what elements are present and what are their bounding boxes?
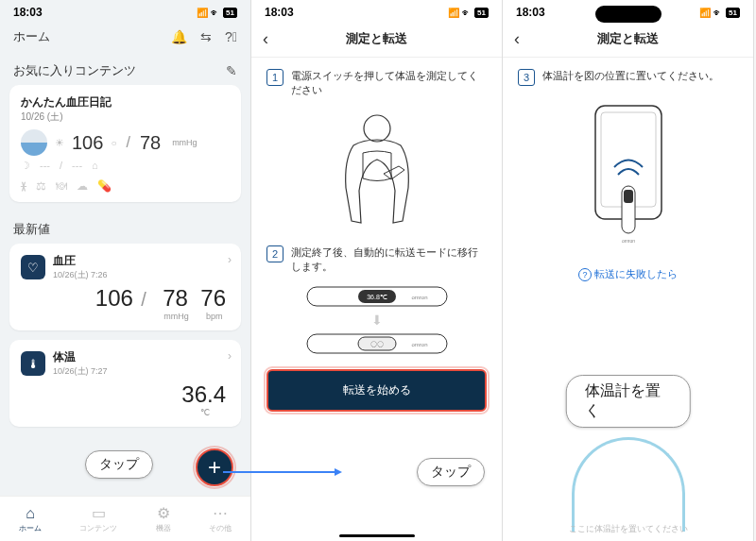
- header: ホーム 🔔 ⇆ ?⃝: [0, 21, 250, 53]
- tab-contents[interactable]: ▭コンテンツ: [79, 504, 117, 533]
- place-callout: 体温計を置く: [565, 375, 691, 428]
- step-number: 1: [266, 69, 284, 86]
- moon-icon: ☽: [21, 160, 30, 172]
- status-bar: 18:03 📶ᯤ51: [251, 0, 502, 21]
- placement-hint: ここに体温計を置いてください: [569, 523, 688, 535]
- step-text: 電源スイッチを押して体温を測定してください: [291, 69, 487, 98]
- question-icon: ?: [578, 268, 592, 281]
- favorites-title: お気に入りコンテンツ: [13, 62, 136, 79]
- svg-text:omron: omron: [411, 342, 427, 347]
- sleep-icon: ☁: [77, 179, 88, 193]
- daynight-icon: [21, 129, 47, 156]
- header: ‹ 測定と転送: [503, 21, 753, 58]
- status-time: 18:03: [13, 6, 43, 19]
- favorites-header: お気に入りコンテンツ ✎: [0, 53, 250, 85]
- bp-name: 血圧: [53, 253, 108, 269]
- step-number: 3: [518, 69, 535, 86]
- tabbar: ⌂ホーム ▭コンテンツ ⚙機器 ⋯その他: [0, 496, 250, 541]
- status-time: 18:03: [516, 6, 545, 19]
- pill-icon: 💊: [97, 179, 112, 193]
- screen-home: 18:03 📶 ᯤ 51 ホーム 🔔 ⇆ ?⃝ お気に入りコンテンツ ✎ かんた…: [0, 0, 251, 541]
- bp-icon: ♡: [21, 255, 45, 279]
- tap-callout: タップ: [417, 458, 485, 486]
- diary-marker: ○: [111, 138, 116, 148]
- weight-icon: ⚖: [36, 179, 46, 193]
- down-arrow-icon: ⬇: [371, 313, 383, 328]
- help-icon[interactable]: ?⃝: [225, 29, 237, 44]
- status-icons: 📶 ᯤ 51: [197, 8, 237, 18]
- svg-text:omron: omron: [621, 238, 634, 244]
- signal-icon: 📶: [448, 8, 459, 18]
- step-2: 2 測定終了後、自動的に転送モードに移行します。: [251, 234, 502, 280]
- screen-transfer-guide: 18:03 📶ᯤ51 ‹ 測定と転送 1 電源スイッチを押して体温を測定してくだ…: [251, 0, 503, 541]
- help-link[interactable]: ?転送に失敗したら: [503, 262, 753, 287]
- signal-icon: 📶: [197, 8, 208, 18]
- bp-sys: 106: [95, 285, 133, 311]
- add-fab[interactable]: +: [196, 448, 233, 486]
- home-icon: ⌂: [26, 505, 35, 522]
- back-button[interactable]: ‹: [514, 29, 520, 49]
- edit-icon[interactable]: ✎: [226, 63, 237, 78]
- bp-card[interactable]: ♡ 血圧 10/26(土) 7:26 › 106 / 78mmHg 76bpm: [9, 244, 241, 330]
- signal-icon: 📶: [699, 8, 711, 18]
- start-transfer-button[interactable]: 転送を始める: [266, 369, 487, 412]
- temp-card[interactable]: 🌡 体温 10/26(土) 7:27 › 36.4℃: [9, 340, 241, 427]
- chevron-right-icon: ›: [228, 349, 232, 363]
- latest-title: 最新値: [13, 221, 50, 238]
- step-number: 2: [266, 245, 284, 262]
- page-title: ホーム: [13, 28, 50, 45]
- step-3: 3 体温計を図の位置に置いてください。: [503, 58, 753, 92]
- bell-icon[interactable]: 🔔: [171, 29, 187, 44]
- body-illustration: [251, 104, 502, 234]
- wifi-icon: ᯤ: [462, 8, 472, 18]
- latest-header: 最新値: [0, 211, 250, 244]
- contents-icon: ▭: [92, 504, 106, 522]
- tap-callout: タップ: [85, 450, 153, 479]
- tab-other[interactable]: ⋯その他: [209, 504, 232, 533]
- step-text: 体温計を図の位置に置いてください。: [542, 69, 719, 83]
- status-time: 18:03: [265, 6, 294, 19]
- placement-illustration: omron: [503, 92, 753, 262]
- bp-dia: 78: [163, 285, 188, 312]
- wifi-icon: ᯤ: [713, 8, 723, 18]
- tab-device[interactable]: ⚙機器: [156, 504, 171, 533]
- battery-icon: 51: [726, 8, 740, 18]
- other-icon: ⋯: [213, 504, 228, 522]
- bp-datetime: 10/26(土) 7:26: [53, 269, 108, 281]
- svg-text:omron: omron: [411, 295, 427, 300]
- page-title: 測定と転送: [346, 30, 407, 47]
- svg-text:〇〇: 〇〇: [370, 341, 384, 347]
- device-icon: ⚙: [157, 504, 170, 522]
- diary-card[interactable]: かんたん血圧日記 10/26 (土) ☀ 106 ○ / 78 mmHg ☽ -…: [9, 85, 241, 202]
- thermometer-icon: 🌡: [21, 351, 45, 376]
- placement-outline: [572, 437, 685, 532]
- home-indicator: [339, 534, 415, 537]
- svg-text:36.8℃: 36.8℃: [367, 294, 387, 300]
- chevron-right-icon: ›: [228, 253, 232, 266]
- battery-icon: 51: [223, 8, 237, 18]
- diary-title: かんたん血圧日記: [21, 94, 230, 110]
- wifi-icon: ᯤ: [211, 8, 220, 18]
- guide-arrow: [223, 471, 336, 473]
- thermometer-illustration: 36.8℃omron ⬇ 〇〇omron: [251, 280, 502, 360]
- battery-icon: 51: [474, 8, 489, 18]
- page-title: 測定と転送: [597, 30, 659, 47]
- bp-pulse: 76: [200, 285, 226, 312]
- sync-icon[interactable]: ⇆: [200, 29, 212, 44]
- tab-home[interactable]: ⌂ホーム: [19, 505, 42, 533]
- walk-icon: ᚕ: [21, 179, 26, 193]
- temp-val: 36.4: [181, 381, 226, 408]
- diary-unit: mmHg: [172, 138, 198, 147]
- sun-icon: ☀: [55, 137, 64, 149]
- diary-sys: 106: [72, 132, 103, 154]
- back-button[interactable]: ‹: [263, 29, 268, 49]
- food-icon: 🍽: [56, 179, 67, 193]
- diary-dia: 78: [140, 132, 161, 154]
- diary-date: 10/26 (土): [21, 110, 230, 124]
- temp-name: 体温: [53, 349, 108, 365]
- screen-place-device: 18:03 📶ᯤ51 ‹ 測定と転送 3 体温計を図の位置に置いてください。 o…: [503, 0, 754, 541]
- temp-datetime: 10/26(土) 7:27: [53, 365, 108, 378]
- step-1: 1 電源スイッチを押して体温を測定してください: [251, 58, 502, 104]
- svg-rect-11: [624, 190, 633, 203]
- header: ‹ 測定と転送: [251, 21, 502, 58]
